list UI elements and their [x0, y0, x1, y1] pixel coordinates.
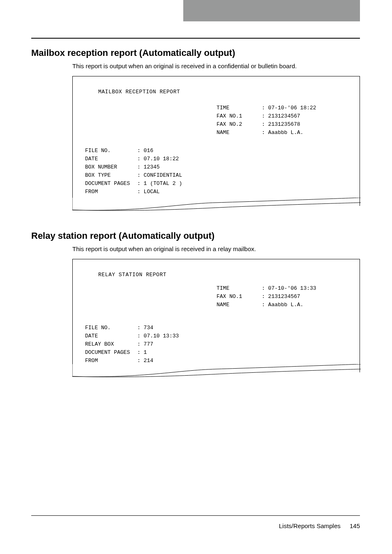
- detail-value: : 214: [137, 357, 153, 365]
- detail-row: FROM : LOCAL: [85, 188, 360, 196]
- detail-label: DOCUMENT PAGES: [85, 180, 137, 188]
- section1-desc: This report is output when an original i…: [72, 62, 360, 69]
- header-tab-block: [183, 0, 360, 21]
- header-row: FAX NO.1 : 2131234567: [217, 112, 360, 120]
- detail-label: DOCUMENT PAGES: [85, 349, 137, 357]
- detail-value: : 016: [137, 147, 153, 155]
- section1-header-block: TIME : 07-10-'06 18:22 FAX NO.1 : 213123…: [217, 104, 360, 137]
- detail-value: : 1: [137, 349, 147, 357]
- detail-label: RELAY BOX: [85, 340, 137, 349]
- header-label: FAX NO.2: [217, 120, 262, 129]
- detail-value: : 12345: [137, 163, 160, 171]
- header-row: FAX NO.2 : 2131235678: [217, 120, 360, 129]
- header-value: : Aaabbb L.A.: [262, 301, 303, 309]
- header-label: TIME: [217, 104, 262, 112]
- detail-value: : 1 (TOTAL 2 ): [137, 180, 182, 188]
- detail-value: : LOCAL: [137, 188, 160, 196]
- detail-value: : 777: [137, 340, 153, 349]
- header-value: : 2131234567: [262, 293, 300, 301]
- detail-label: DATE: [85, 155, 137, 163]
- detail-row: RELAY BOX : 777: [85, 340, 360, 349]
- torn-edge-icon: [72, 364, 361, 378]
- detail-row: DATE : 07.10 18:22: [85, 155, 360, 163]
- header-value: : 2131234567: [262, 112, 300, 120]
- top-rule: [31, 38, 360, 39]
- detail-row: DATE : 07.10 13:33: [85, 332, 360, 340]
- section2-heading: Relay station report (Automatically outp…: [31, 231, 360, 241]
- section2-header-block: TIME : 07-10-'06 13:33 FAX NO.1 : 213123…: [217, 284, 360, 309]
- footer-page-number: 145: [350, 522, 360, 529]
- detail-row: FROM : 214: [85, 357, 360, 365]
- section2-report-frame: RELAY STATION REPORT TIME : 07-10-'06 13…: [72, 259, 360, 372]
- detail-row: BOX TYPE : CONFIDENTIAL: [85, 171, 360, 180]
- detail-row: BOX NUMBER : 12345: [85, 163, 360, 171]
- section1-report-title: MAILBOX RECEPTION REPORT: [98, 89, 360, 95]
- section1-detail-block: FILE NO. : 016 DATE : 07.10 18:22 BOX NU…: [85, 147, 360, 199]
- header-label: FAX NO.1: [217, 112, 262, 120]
- section2-report-title: RELAY STATION REPORT: [98, 272, 360, 278]
- detail-row: DOCUMENT PAGES : 1: [85, 349, 360, 357]
- section1-heading: Mailbox reception report (Automatically …: [31, 48, 360, 58]
- detail-row: DOCUMENT PAGES : 1 (TOTAL 2 ): [85, 180, 360, 188]
- header-row: NAME : Aaabbb L.A.: [217, 301, 360, 309]
- page-body: Mailbox reception report (Automatically …: [31, 38, 360, 372]
- detail-label: BOX TYPE: [85, 171, 137, 180]
- detail-value: : 734: [137, 324, 153, 332]
- detail-row: FILE NO. : 734: [85, 324, 360, 332]
- header-value: : 07-10-'06 13:33: [262, 284, 316, 293]
- detail-label: FILE NO.: [85, 147, 137, 155]
- header-value: : 2131235678: [262, 120, 300, 129]
- detail-label: FILE NO.: [85, 324, 137, 332]
- detail-value: : CONFIDENTIAL: [137, 171, 182, 180]
- section2-detail-block: FILE NO. : 734 DATE : 07.10 13:33 RELAY …: [85, 324, 360, 365]
- page-footer: Lists/Reports Samples 145: [31, 515, 360, 529]
- footer-breadcrumb: Lists/Reports Samples: [279, 522, 341, 529]
- header-row: TIME : 07-10-'06 13:33: [217, 284, 360, 293]
- detail-label: DATE: [85, 332, 137, 340]
- detail-label: FROM: [85, 188, 137, 196]
- detail-label: BOX NUMBER: [85, 163, 137, 171]
- header-row: FAX NO.1 : 2131234567: [217, 293, 360, 301]
- detail-value: : 07.10 13:33: [137, 332, 179, 340]
- section1-report-frame: MAILBOX RECEPTION REPORT TIME : 07-10-'0…: [72, 76, 360, 206]
- detail-label: FROM: [85, 357, 137, 365]
- header-label: TIME: [217, 284, 262, 293]
- header-label: FAX NO.1: [217, 293, 262, 301]
- header-label: NAME: [217, 301, 262, 309]
- detail-row: FILE NO. : 016: [85, 147, 360, 155]
- section2-desc: This report is output when an original i…: [72, 245, 360, 252]
- header-value: : 07-10-'06 18:22: [262, 104, 316, 112]
- header-value: : Aaabbb L.A.: [262, 129, 303, 137]
- detail-value: : 07.10 18:22: [137, 155, 179, 163]
- header-row: TIME : 07-10-'06 18:22: [217, 104, 360, 112]
- header-row: NAME : Aaabbb L.A.: [217, 129, 360, 137]
- header-label: NAME: [217, 129, 262, 137]
